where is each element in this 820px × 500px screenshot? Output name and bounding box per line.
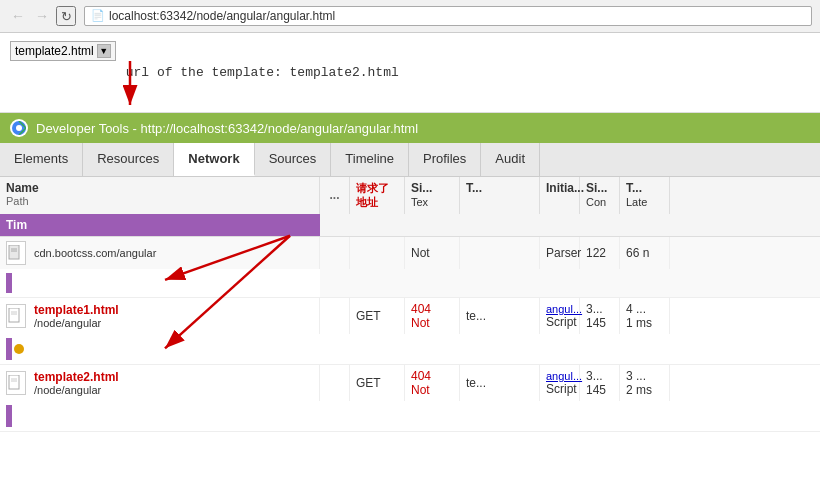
t2-time-2: 2 ms (626, 383, 652, 397)
t1-time-2: 1 ms (626, 316, 652, 330)
template1-filename: template1.html (34, 303, 119, 317)
t2-type-1: te... (466, 376, 486, 390)
header-status-label: Si...Tex (411, 181, 432, 209)
devtools-tabs: Elements Resources Network Sources Timel… (0, 143, 820, 177)
t2-initiator: angul... Script (540, 365, 580, 401)
annotation-label: 请求了地址 (356, 182, 389, 208)
header-initiator: Initia... (540, 177, 580, 214)
header-name: Name Path (0, 177, 320, 214)
template-url-text: url of the template: template2.html (126, 61, 399, 84)
timeline-dot (14, 344, 24, 354)
table-row[interactable]: cdn.bootcss.com/angular Not Parser 122 6… (0, 237, 820, 298)
file-icon (6, 241, 26, 265)
template2-filename: template2.html (34, 370, 119, 384)
table-header: Name Path ... 请求了地址 Si...Tex T... Initia… (0, 177, 820, 237)
t2-status-2: Not (411, 383, 430, 397)
tab-timeline[interactable]: Timeline (331, 143, 409, 176)
template2-path: /node/angular (34, 384, 119, 396)
template-selector-wrapper: template2.html ▼ (10, 41, 116, 61)
template1-path: /node/angular (34, 317, 119, 329)
table-row[interactable]: template1.html /node/angular GET 404 Not… (0, 298, 820, 365)
t1-status: 404 Not (405, 298, 460, 334)
header-method: 请求了地址 (350, 177, 405, 214)
cdn-status-1: Not (411, 246, 430, 260)
t1-initiator-link[interactable]: angul... (546, 303, 582, 315)
cdn-name-text: cdn.bootcss.com/angular (34, 247, 156, 259)
t2-time: 3 ... 2 ms (620, 365, 670, 401)
t2-status-1: 404 (411, 369, 431, 383)
t1-size-1: 3... (586, 302, 603, 316)
header-size: Si...Con (580, 177, 620, 214)
t2-timeline (0, 401, 320, 431)
svg-rect-10 (9, 375, 19, 389)
header-status: Si...Tex (405, 177, 460, 214)
t2-ellipsis (320, 365, 350, 401)
t2-size: 3... 145 (580, 365, 620, 401)
template2-name-text: template2.html /node/angular (34, 370, 119, 396)
browser-chrome: ← → ↻ 📄 localhost:63342/node/angular/ang… (0, 0, 820, 33)
t1-initiator-sub: Script (546, 315, 577, 329)
svg-rect-4 (9, 245, 19, 259)
cdn-timeline (0, 269, 320, 297)
address-text: localhost:63342/node/angular/angular.htm… (109, 9, 335, 23)
tab-audit[interactable]: Audit (481, 143, 540, 176)
dropdown-arrow[interactable]: ▼ (97, 44, 111, 58)
header-name-label: Name (6, 181, 39, 195)
header-timeline: Tim (0, 214, 320, 236)
t2-initiator-link[interactable]: angul... (546, 370, 582, 382)
file-icon-t2 (6, 371, 26, 395)
forward-button[interactable]: → (32, 6, 52, 26)
t2-type: te... (460, 365, 540, 401)
header-ellipsis: ... (320, 177, 350, 214)
template1-name-cell: template1.html /node/angular (0, 298, 320, 334)
t1-status-2: Not (411, 316, 430, 330)
t1-type-1: te... (466, 309, 486, 323)
t2-size-2: 145 (586, 383, 606, 397)
cdn-type (460, 237, 540, 269)
header-type: T... (460, 177, 540, 214)
row-name-cdn: cdn.bootcss.com/angular (0, 237, 320, 269)
refresh-button[interactable]: ↻ (56, 6, 76, 26)
header-path-label: Path (6, 195, 313, 207)
address-bar[interactable]: 📄 localhost:63342/node/angular/angular.h… (84, 6, 812, 26)
t2-time-1: 3 ... (626, 369, 646, 383)
cdn-time: 66 n (620, 237, 670, 269)
t2-size-1: 3... (586, 369, 603, 383)
template1-name-text: template1.html /node/angular (34, 303, 119, 329)
devtools-title: Developer Tools - http://localhost:63342… (36, 121, 418, 136)
t1-timeline (0, 334, 320, 364)
template-area: template2.html ▼ url of the template: te… (0, 33, 820, 113)
cdn-initiator-label: Parser (546, 246, 581, 260)
t1-ellipsis (320, 298, 350, 334)
cdn-method (350, 237, 405, 269)
nav-buttons: ← → ↻ (8, 6, 76, 26)
t1-time-1: 4 ... (626, 302, 646, 316)
tab-network[interactable]: Network (174, 143, 254, 176)
cdn-size: 122 (580, 237, 620, 269)
template-selector[interactable]: template2.html ▼ (10, 41, 116, 61)
t1-time: 4 ... 1 ms (620, 298, 670, 334)
tab-profiles[interactable]: Profiles (409, 143, 481, 176)
svg-point-3 (16, 125, 22, 131)
network-table: Name Path ... 请求了地址 Si...Tex T... Initia… (0, 177, 820, 432)
cdn-ellipsis (320, 237, 350, 269)
tab-elements[interactable]: Elements (0, 143, 83, 176)
back-button[interactable]: ← (8, 6, 28, 26)
header-time: T...Late (620, 177, 670, 214)
template2-name-cell: template2.html /node/angular (0, 365, 320, 401)
t2-initiator-sub: Script (546, 382, 577, 396)
t1-initiator: angul... Script (540, 298, 580, 334)
cdn-path: cdn.bootcss.com/angular (34, 247, 156, 259)
svg-rect-7 (9, 308, 19, 322)
table-row[interactable]: template2.html /node/angular GET 404 Not… (0, 365, 820, 432)
page-icon: 📄 (91, 9, 105, 23)
t2-status: 404 Not (405, 365, 460, 401)
t2-method: GET (350, 365, 405, 401)
devtools-bar: Developer Tools - http://localhost:63342… (0, 113, 820, 143)
tab-resources[interactable]: Resources (83, 143, 174, 176)
cdn-initiator: Parser (540, 237, 580, 269)
t1-status-1: 404 (411, 302, 431, 316)
t1-size-2: 145 (586, 316, 606, 330)
chrome-logo (10, 119, 28, 137)
tab-sources[interactable]: Sources (255, 143, 332, 176)
